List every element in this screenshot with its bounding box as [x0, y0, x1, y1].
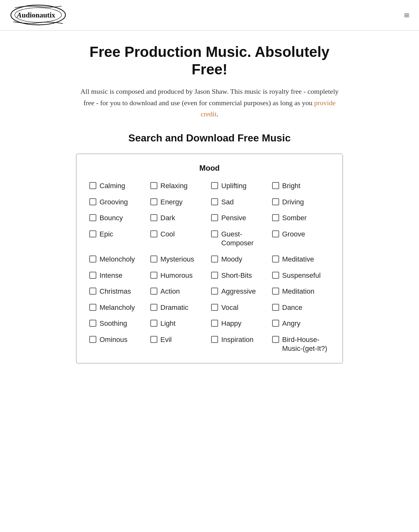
mood-item-meditative[interactable]: Meditative: [272, 255, 330, 264]
mood-checkbox-dramatic[interactable]: [150, 304, 157, 311]
mood-item-inspiration[interactable]: Inspiration: [211, 335, 269, 353]
mood-checkbox-short-bits[interactable]: [211, 272, 218, 279]
mood-item-action[interactable]: Action: [150, 287, 208, 296]
mood-item-angry[interactable]: Angry: [272, 319, 330, 328]
mood-item-aggressive[interactable]: Aggressive: [211, 287, 269, 296]
mood-checkbox-uplifting[interactable]: [211, 182, 218, 189]
mood-checkbox-light[interactable]: [150, 320, 157, 327]
mood-checkbox-dark[interactable]: [150, 214, 157, 221]
mood-item-bird-house[interactable]: Bird-House-Music-(get-It?): [272, 335, 330, 353]
mood-item-somber[interactable]: Somber: [272, 214, 330, 223]
mood-item-pensive[interactable]: Pensive: [211, 214, 269, 223]
mood-label-light: Light: [161, 319, 176, 328]
mood-checkbox-humorous[interactable]: [150, 272, 157, 279]
mood-checkbox-cool[interactable]: [150, 230, 157, 237]
mood-checkbox-ominous[interactable]: [89, 336, 96, 343]
mood-item-bright[interactable]: Bright: [272, 181, 330, 191]
mood-label-melancholy: Melancholy: [100, 303, 135, 312]
mood-item-dramatic[interactable]: Dramatic: [150, 303, 208, 312]
mood-item-calming[interactable]: Calming: [89, 181, 147, 191]
mood-checkbox-calming[interactable]: [89, 182, 96, 189]
mood-checkbox-epic[interactable]: [89, 230, 96, 237]
mood-item-ominous[interactable]: Ominous: [89, 335, 147, 353]
mood-checkbox-moody[interactable]: [211, 256, 218, 263]
mood-label-evil: Evil: [161, 335, 172, 344]
mood-label-short-bits: Short-Bits: [221, 271, 252, 280]
mood-label-cool: Cool: [161, 230, 175, 239]
mood-item-suspenseful[interactable]: Suspenseful: [272, 271, 330, 280]
mood-item-driving[interactable]: Driving: [272, 198, 330, 207]
mood-checkbox-intense[interactable]: [89, 272, 96, 279]
mood-checkbox-melancholy[interactable]: [89, 304, 96, 311]
mood-label-intense: Intense: [100, 271, 122, 280]
mood-label-grooving: Grooving: [100, 198, 128, 207]
mood-checkbox-bird-house[interactable]: [272, 336, 279, 343]
mood-checkbox-bouncy[interactable]: [89, 214, 96, 221]
mood-checkbox-guest-composer[interactable]: [211, 230, 218, 237]
mood-checkbox-mysterious[interactable]: [150, 256, 157, 263]
mood-item-light[interactable]: Light: [150, 319, 208, 328]
mood-item-christmas[interactable]: Christmas: [89, 287, 147, 296]
mood-label-bouncy: Bouncy: [100, 214, 123, 223]
mood-item-vocal[interactable]: Vocal: [211, 303, 269, 312]
svg-text:Audionautix: Audionautix: [16, 11, 55, 19]
mood-checkbox-grooving[interactable]: [89, 198, 96, 205]
mood-item-epic[interactable]: Epic: [89, 230, 147, 248]
mood-item-melancholy[interactable]: Melancholy: [89, 303, 147, 312]
mood-item-humorous[interactable]: Humorous: [150, 271, 208, 280]
mood-checkbox-meditative[interactable]: [272, 256, 279, 263]
mood-checkbox-somber[interactable]: [272, 214, 279, 221]
mood-item-soothing[interactable]: Soothing: [89, 319, 147, 328]
mood-checkbox-angry[interactable]: [272, 320, 279, 327]
mood-item-happy[interactable]: Happy: [211, 319, 269, 328]
mood-item-cool[interactable]: Cool: [150, 230, 208, 248]
mood-checkbox-vocal[interactable]: [211, 304, 218, 311]
mood-checkbox-meditation[interactable]: [272, 288, 279, 295]
mood-item-grooving[interactable]: Grooving: [89, 198, 147, 207]
mood-label-vocal: Vocal: [221, 303, 238, 312]
mood-checkbox-inspiration[interactable]: [211, 336, 218, 343]
mood-item-sad[interactable]: Sad: [211, 198, 269, 207]
mood-label-sad: Sad: [221, 198, 234, 207]
mood-label-meloncholy: Meloncholy: [100, 255, 135, 264]
mood-checkbox-bright[interactable]: [272, 182, 279, 189]
mood-checkbox-pensive[interactable]: [211, 214, 218, 221]
mood-item-intense[interactable]: Intense: [89, 271, 147, 280]
mood-checkbox-christmas[interactable]: [89, 288, 96, 295]
mood-checkbox-driving[interactable]: [272, 198, 279, 205]
mood-item-relaxing[interactable]: Relaxing: [150, 181, 208, 191]
mood-item-moody[interactable]: Moody: [211, 255, 269, 264]
mood-checkbox-energy[interactable]: [150, 198, 157, 205]
mood-checkbox-dance[interactable]: [272, 304, 279, 311]
mood-item-short-bits[interactable]: Short-Bits: [211, 271, 269, 280]
mood-checkbox-relaxing[interactable]: [150, 182, 157, 189]
mood-label-driving: Driving: [282, 198, 304, 207]
mood-item-bouncy[interactable]: Bouncy: [89, 214, 147, 223]
mood-label-energy: Energy: [161, 198, 183, 207]
hamburger-menu-icon[interactable]: ≡: [404, 10, 409, 20]
mood-checkbox-happy[interactable]: [211, 320, 218, 327]
mood-item-mysterious[interactable]: Mysterious: [150, 255, 208, 264]
mood-item-meditation[interactable]: Meditation: [272, 287, 330, 296]
mood-checkbox-soothing[interactable]: [89, 320, 96, 327]
mood-checkbox-meloncholy[interactable]: [89, 256, 96, 263]
mood-checkbox-aggressive[interactable]: [211, 288, 218, 295]
mood-box-title: Mood: [89, 164, 330, 173]
mood-item-dance[interactable]: Dance: [272, 303, 330, 312]
mood-item-evil[interactable]: Evil: [150, 335, 208, 353]
mood-checkbox-evil[interactable]: [150, 336, 157, 343]
mood-item-dark[interactable]: Dark: [150, 214, 208, 223]
mood-checkbox-suspenseful[interactable]: [272, 272, 279, 279]
mood-item-guest-composer[interactable]: Guest-Composer: [211, 230, 269, 248]
mood-checkbox-action[interactable]: [150, 288, 157, 295]
mood-item-meloncholy[interactable]: Meloncholy: [89, 255, 147, 264]
mood-box: Mood CalmingRelaxingUpliftingBrightGroov…: [76, 153, 343, 364]
mood-item-uplifting[interactable]: Uplifting: [211, 181, 269, 191]
mood-label-humorous: Humorous: [161, 271, 193, 280]
mood-checkbox-groove[interactable]: [272, 230, 279, 237]
mood-checkbox-sad[interactable]: [211, 198, 218, 205]
mood-label-guest-composer: Guest-Composer: [221, 230, 269, 248]
mood-item-energy[interactable]: Energy: [150, 198, 208, 207]
mood-item-groove[interactable]: Groove: [272, 230, 330, 248]
mood-label-bird-house: Bird-House-Music-(get-It?): [282, 335, 330, 353]
